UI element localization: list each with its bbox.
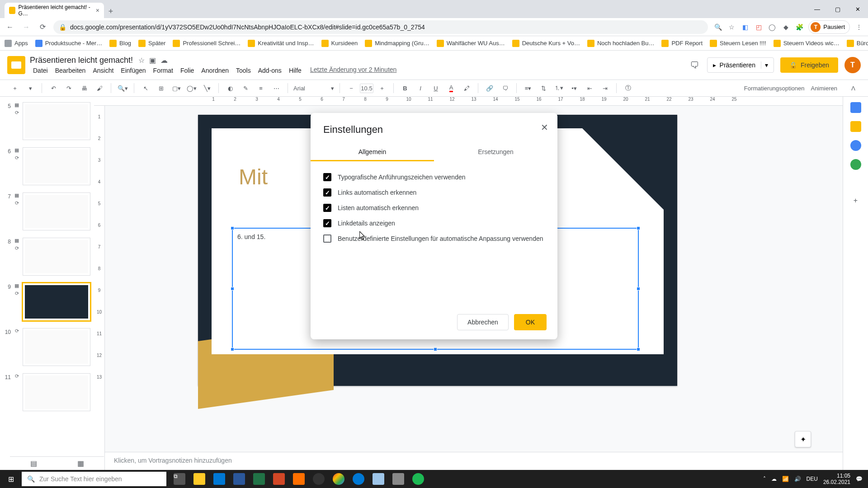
tray-chevron-icon[interactable]: ˄ [763,476,766,482]
dialog-title: Einstellungen [311,124,557,136]
settings-option-row: Benutzerdefinierte Einstellungen für aut… [323,231,545,246]
notepad-icon[interactable] [369,470,388,488]
checkbox-label: Linkdetails anzeigen [338,220,395,227]
checkbox-label: Links automatisch erkennen [338,189,416,196]
settings-option-row: Linkdetails anzeigen [323,216,545,231]
excel-icon[interactable] [250,470,269,488]
chrome-icon[interactable] [329,470,348,488]
tab-substitutions[interactable]: Ersetzungen [434,144,557,161]
explorer-icon[interactable] [190,470,209,488]
tab-general[interactable]: Allgemein [311,144,434,161]
checkbox-label: Typografische Anführungszeichen verwende… [338,174,466,181]
task-view-icon[interactable]: ⧉ [170,470,189,488]
checkbox-label: Listen automatisch erkennen [338,204,419,211]
notifications-icon[interactable]: 💬 [856,476,863,482]
cancel-button[interactable]: Abbrechen [457,314,509,330]
settings-option-row: Listen automatisch erkennen [323,200,545,216]
app2-icon[interactable] [389,470,408,488]
checkbox[interactable] [323,173,331,181]
settings-option-row: Typografische Anführungszeichen verwende… [323,169,545,185]
app-icon[interactable] [289,470,308,488]
obs-icon[interactable] [309,470,328,488]
edge-icon[interactable] [210,470,229,488]
clock[interactable]: 11:05 26.02.2021 [823,473,850,486]
powerpoint-icon[interactable] [269,470,288,488]
ok-button[interactable]: OK [514,314,547,330]
checkbox[interactable] [323,188,331,197]
start-button[interactable]: ⊞ [0,470,22,488]
search-icon: 🔍 [27,475,35,483]
edge2-icon[interactable] [349,470,368,488]
windows-taskbar: ⊞ 🔍 Zur Suche Text hier eingeben ⧉ ˄ ☁ 📶… [0,470,868,488]
checkbox[interactable] [323,219,331,227]
wifi-icon[interactable]: 📶 [782,476,789,482]
checkbox-label: Benutzerdefinierte Einstellungen für aut… [338,235,543,242]
language-indicator[interactable]: DEU [807,476,818,482]
checkbox[interactable] [323,235,331,243]
settings-option-row: Links automatisch erkennen [323,185,545,200]
taskbar-search[interactable]: 🔍 Zur Suche Text hier eingeben [22,472,166,486]
settings-dialog: Einstellungen ✕ Allgemein Ersetzungen Ty… [311,113,557,339]
onedrive-icon[interactable]: ☁ [771,476,777,482]
checkbox[interactable] [323,204,331,212]
volume-icon[interactable]: 🔊 [794,476,801,482]
modal-overlay: Einstellungen ✕ Allgemein Ersetzungen Ty… [0,0,868,488]
word-icon[interactable] [230,470,249,488]
dialog-close-button[interactable]: ✕ [541,122,548,133]
spotify-icon[interactable] [409,470,428,488]
